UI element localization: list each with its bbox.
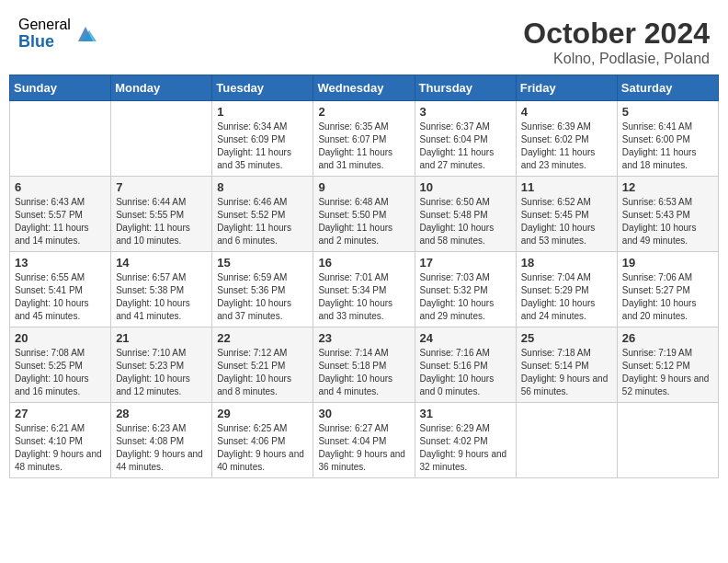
weekday-tuesday: Tuesday (212, 75, 313, 101)
day-info: Sunrise: 7:03 AM Sunset: 5:32 PM Dayligh… (420, 271, 511, 323)
day-info: Sunrise: 6:46 AM Sunset: 5:52 PM Dayligh… (217, 196, 308, 247)
day-info: Sunrise: 7:12 AM Sunset: 5:21 PM Dayligh… (217, 347, 308, 398)
day-number: 31 (420, 407, 511, 420)
day-info: Sunrise: 6:41 AM Sunset: 6:00 PM Dayligh… (622, 121, 713, 172)
day-info: Sunrise: 6:57 AM Sunset: 5:38 PM Dayligh… (116, 271, 207, 323)
day-number: 10 (420, 180, 511, 194)
calendar-cell: 1Sunrise: 6:34 AM Sunset: 6:09 PM Daylig… (212, 101, 313, 177)
calendar-cell: 17Sunrise: 7:03 AM Sunset: 5:32 PM Dayli… (415, 252, 516, 327)
logo: General Blue (18, 17, 97, 51)
day-number: 25 (521, 331, 612, 345)
day-info: Sunrise: 7:18 AM Sunset: 5:14 PM Dayligh… (521, 347, 612, 398)
calendar-cell: 14Sunrise: 6:57 AM Sunset: 5:38 PM Dayli… (111, 252, 212, 327)
weekday-sunday: Sunday (10, 75, 111, 101)
day-number: 24 (420, 331, 511, 345)
calendar-cell (617, 403, 718, 478)
day-info: Sunrise: 6:59 AM Sunset: 5:36 PM Dayligh… (217, 271, 308, 323)
day-number: 20 (15, 331, 106, 345)
day-info: Sunrise: 6:43 AM Sunset: 5:57 PM Dayligh… (15, 196, 106, 247)
day-number: 14 (116, 256, 207, 270)
day-info: Sunrise: 6:52 AM Sunset: 5:45 PM Dayligh… (521, 196, 612, 247)
day-number: 28 (116, 407, 207, 420)
month-title: October 2024 (523, 17, 710, 51)
calendar-cell: 20Sunrise: 7:08 AM Sunset: 5:25 PM Dayli… (10, 327, 111, 403)
day-info: Sunrise: 7:01 AM Sunset: 5:34 PM Dayligh… (318, 271, 409, 323)
calendar-week-4: 27Sunrise: 6:21 AM Sunset: 4:10 PM Dayli… (10, 403, 719, 478)
weekday-thursday: Thursday (415, 75, 516, 101)
day-info: Sunrise: 6:37 AM Sunset: 6:04 PM Dayligh… (420, 121, 511, 172)
calendar-cell: 26Sunrise: 7:19 AM Sunset: 5:12 PM Dayli… (617, 327, 718, 403)
weekday-monday: Monday (111, 75, 212, 101)
day-info: Sunrise: 6:55 AM Sunset: 5:41 PM Dayligh… (15, 271, 106, 323)
day-info: Sunrise: 7:14 AM Sunset: 5:18 PM Dayligh… (318, 347, 409, 398)
calendar-cell: 28Sunrise: 6:23 AM Sunset: 4:08 PM Dayli… (111, 403, 212, 478)
calendar-cell: 23Sunrise: 7:14 AM Sunset: 5:18 PM Dayli… (313, 327, 415, 403)
day-number: 26 (622, 331, 713, 345)
calendar-cell: 12Sunrise: 6:53 AM Sunset: 5:43 PM Dayli… (617, 177, 718, 252)
location-title: Kolno, Podlasie, Poland (523, 51, 710, 67)
day-info: Sunrise: 6:48 AM Sunset: 5:50 PM Dayligh… (318, 196, 409, 247)
day-info: Sunrise: 7:19 AM Sunset: 5:12 PM Dayligh… (622, 347, 713, 398)
calendar-cell: 11Sunrise: 6:52 AM Sunset: 5:45 PM Dayli… (516, 177, 617, 252)
calendar-cell: 27Sunrise: 6:21 AM Sunset: 4:10 PM Dayli… (10, 403, 111, 478)
day-info: Sunrise: 6:35 AM Sunset: 6:07 PM Dayligh… (318, 121, 409, 172)
calendar-week-0: 1Sunrise: 6:34 AM Sunset: 6:09 PM Daylig… (10, 101, 719, 177)
calendar-cell: 25Sunrise: 7:18 AM Sunset: 5:14 PM Dayli… (516, 327, 617, 403)
day-info: Sunrise: 6:29 AM Sunset: 4:02 PM Dayligh… (420, 422, 511, 474)
day-info: Sunrise: 6:21 AM Sunset: 4:10 PM Dayligh… (15, 422, 106, 474)
calendar-week-1: 6Sunrise: 6:43 AM Sunset: 5:57 PM Daylig… (10, 177, 719, 252)
calendar-cell (111, 101, 212, 177)
calendar-cell: 8Sunrise: 6:46 AM Sunset: 5:52 PM Daylig… (212, 177, 313, 252)
day-info: Sunrise: 7:16 AM Sunset: 5:16 PM Dayligh… (420, 347, 511, 398)
day-info: Sunrise: 6:27 AM Sunset: 4:04 PM Dayligh… (318, 422, 409, 474)
logo-icon (74, 23, 97, 45)
day-number: 18 (521, 256, 612, 270)
calendar-cell: 7Sunrise: 6:44 AM Sunset: 5:55 PM Daylig… (111, 177, 212, 252)
day-number: 8 (217, 180, 308, 194)
day-number: 2 (318, 105, 409, 119)
day-number: 16 (318, 256, 409, 270)
day-number: 12 (622, 180, 713, 194)
calendar-week-3: 20Sunrise: 7:08 AM Sunset: 5:25 PM Dayli… (10, 327, 719, 403)
logo-general: General (18, 17, 71, 33)
calendar-cell: 16Sunrise: 7:01 AM Sunset: 5:34 PM Dayli… (313, 252, 415, 327)
day-info: Sunrise: 6:34 AM Sunset: 6:09 PM Dayligh… (217, 121, 308, 172)
day-number: 11 (521, 180, 612, 194)
day-info: Sunrise: 6:53 AM Sunset: 5:43 PM Dayligh… (622, 196, 713, 247)
day-info: Sunrise: 7:04 AM Sunset: 5:29 PM Dayligh… (521, 271, 612, 323)
day-number: 29 (217, 407, 308, 420)
day-info: Sunrise: 7:10 AM Sunset: 5:23 PM Dayligh… (116, 347, 207, 398)
day-number: 19 (622, 256, 713, 270)
calendar-cell: 22Sunrise: 7:12 AM Sunset: 5:21 PM Dayli… (212, 327, 313, 403)
calendar-cell: 15Sunrise: 6:59 AM Sunset: 5:36 PM Dayli… (212, 252, 313, 327)
day-info: Sunrise: 7:06 AM Sunset: 5:27 PM Dayligh… (622, 271, 713, 323)
calendar-table: SundayMondayTuesdayWednesdayThursdayFrid… (9, 75, 719, 478)
day-number: 13 (15, 256, 106, 270)
calendar-cell: 10Sunrise: 6:50 AM Sunset: 5:48 PM Dayli… (415, 177, 516, 252)
day-info: Sunrise: 6:44 AM Sunset: 5:55 PM Dayligh… (116, 196, 207, 247)
title-block: October 2024 Kolno, Podlasie, Poland (523, 17, 710, 67)
day-info: Sunrise: 6:23 AM Sunset: 4:08 PM Dayligh… (116, 422, 207, 474)
calendar-cell: 3Sunrise: 6:37 AM Sunset: 6:04 PM Daylig… (415, 101, 516, 177)
calendar-cell: 6Sunrise: 6:43 AM Sunset: 5:57 PM Daylig… (10, 177, 111, 252)
calendar-cell (516, 403, 617, 478)
day-info: Sunrise: 6:50 AM Sunset: 5:48 PM Dayligh… (420, 196, 511, 247)
logo-blue: Blue (18, 33, 71, 52)
calendar-cell: 21Sunrise: 7:10 AM Sunset: 5:23 PM Dayli… (111, 327, 212, 403)
day-info: Sunrise: 7:08 AM Sunset: 5:25 PM Dayligh… (15, 347, 106, 398)
weekday-header-row: SundayMondayTuesdayWednesdayThursdayFrid… (10, 75, 719, 101)
day-number: 21 (116, 331, 207, 345)
day-number: 22 (217, 331, 308, 345)
day-info: Sunrise: 6:39 AM Sunset: 6:02 PM Dayligh… (521, 121, 612, 172)
calendar-cell: 13Sunrise: 6:55 AM Sunset: 5:41 PM Dayli… (10, 252, 111, 327)
calendar-cell: 9Sunrise: 6:48 AM Sunset: 5:50 PM Daylig… (313, 177, 415, 252)
day-number: 30 (318, 407, 409, 420)
day-number: 23 (318, 331, 409, 345)
calendar-cell: 19Sunrise: 7:06 AM Sunset: 5:27 PM Dayli… (617, 252, 718, 327)
day-number: 9 (318, 180, 409, 194)
calendar-cell: 30Sunrise: 6:27 AM Sunset: 4:04 PM Dayli… (313, 403, 415, 478)
calendar-cell: 4Sunrise: 6:39 AM Sunset: 6:02 PM Daylig… (516, 101, 617, 177)
day-number: 17 (420, 256, 511, 270)
calendar-cell: 5Sunrise: 6:41 AM Sunset: 6:00 PM Daylig… (617, 101, 718, 177)
day-number: 1 (217, 105, 308, 119)
